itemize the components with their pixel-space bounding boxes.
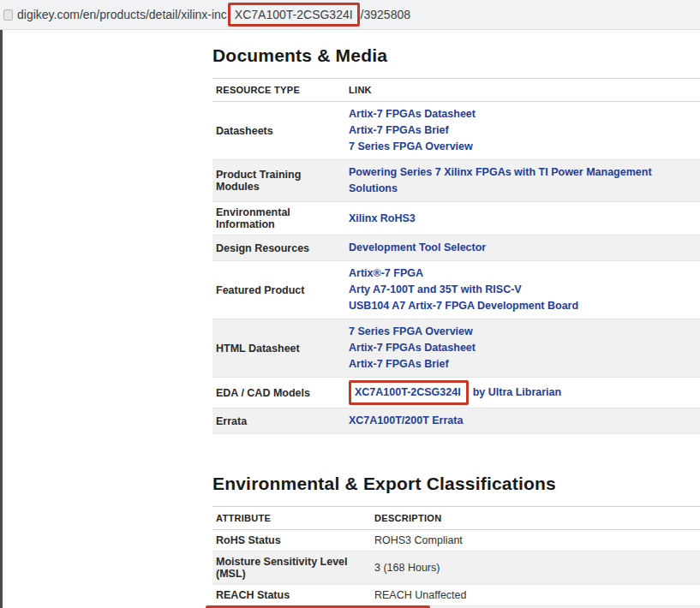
link-7series-fpga-overview[interactable]: 7 Series FPGA Overview	[349, 324, 697, 340]
resource-type-label: EDA / CAD Models	[212, 378, 345, 408]
url-prefix: digikey.com/en/products/detail/xilinx-in…	[17, 8, 227, 21]
link-arty-a7[interactable]: Arty A7-100T and 35T with RISC-V	[349, 282, 697, 298]
resource-type-label: Design Resources	[212, 235, 345, 261]
column-header-link: LINK	[345, 79, 700, 102]
link-artix7-fpgas-datasheet[interactable]: Artix-7 FPGAs Datasheet	[349, 340, 697, 356]
table-header-row: RESOURCE TYPE LINK	[212, 79, 700, 102]
attribute-label: REACH Status	[212, 585, 371, 606]
page-favicon-icon	[3, 9, 13, 21]
resource-type-label: Product Training Modules	[212, 160, 345, 202]
link-7series-fpga-overview[interactable]: 7 Series FPGA Overview	[349, 139, 697, 155]
link-usb104-a7-dev-board[interactable]: USB104 A7 Artix-7 FPGA Development Board	[349, 298, 697, 314]
resource-type-label: Errata	[212, 408, 345, 434]
link-errata[interactable]: XC7A100T/200T Errata	[349, 413, 697, 429]
resource-type-label: Featured Product	[212, 261, 345, 319]
attribute-label: Moisture Sensitivity Level (MSL)	[212, 551, 371, 585]
table-row-design-resources: Design Resources Development Tool Select…	[212, 235, 700, 261]
link-artix7-fpgas-brief[interactable]: Artix-7 FPGAs Brief	[349, 356, 697, 373]
table-row-rohs-status: RoHS Status ROHS3 Compliant	[212, 530, 700, 551]
table-row-errata: Errata XC7A100T/200T Errata	[212, 408, 700, 434]
table-row-environmental-information: Environmental Information Xilinx RoHS3	[212, 202, 700, 235]
link-artix7-fpgas-brief[interactable]: Artix-7 FPGAs Brief	[349, 122, 697, 139]
url-suffix: /3925808	[361, 8, 410, 21]
attribute-value: REACH Unaffected	[371, 585, 700, 606]
environmental-export-heading: Environmental & Export Classifications	[212, 474, 700, 494]
resource-type-label: Environmental Information	[212, 202, 345, 235]
column-header-description: DESCRIPTION	[371, 507, 700, 530]
documents-media-table: RESOURCE TYPE LINK Datasheets Artix-7 FP…	[212, 78, 700, 434]
link-eda-cad-model[interactable]: XC7A100T-2CSG324Iby Ultra Librarian	[349, 382, 561, 403]
attribute-value: 3 (168 Hours)	[371, 551, 700, 585]
url-text: digikey.com/en/products/detail/xilinx-in…	[17, 5, 410, 24]
table-row-product-training-modules: Product Training Modules Powering Series…	[212, 160, 700, 202]
resource-type-label: HTML Datasheet	[212, 319, 345, 378]
resource-type-label: Datasheets	[212, 102, 345, 160]
table-row-html-datasheet: HTML Datasheet 7 Series FPGA Overview Ar…	[212, 319, 700, 378]
link-xilinx-rohs3[interactable]: Xilinx RoHS3	[349, 211, 697, 227]
attribute-value: ROHS3 Compliant	[371, 530, 700, 551]
link-powering-series7[interactable]: Powering Series 7 Xilinx FPGAs with TI P…	[349, 164, 697, 197]
link-eda-cad-suffix: by Ultra Librarian	[473, 386, 562, 398]
link-development-tool-selector[interactable]: Development Tool Selector	[349, 240, 697, 256]
attribute-label: RoHS Status	[212, 530, 371, 551]
link-artix7-fpgas-datasheet[interactable]: Artix-7 FPGAs Datasheet	[349, 106, 697, 122]
annotation-box-url-part-number: XC7A100T-2CSG324I	[228, 3, 360, 27]
documents-media-heading: Documents & Media	[212, 45, 700, 66]
column-header-attribute: ATTRIBUTE	[212, 507, 371, 530]
table-header-row: ATTRIBUTE DESCRIPTION	[212, 507, 700, 530]
environmental-export-table: ATTRIBUTE DESCRIPTION RoHS Status ROHS3 …	[212, 506, 700, 608]
annotation-box-eda-cad-part: XC7A100T-2CSG324I	[349, 380, 469, 405]
table-row-featured-product: Featured Product Artix®-7 FPGA Arty A7-1…	[212, 261, 700, 319]
table-row-msl: Moisture Sensitivity Level (MSL) 3 (168 …	[212, 551, 700, 585]
product-detail-content: Documents & Media RESOURCE TYPE LINK Dat…	[212, 30, 700, 608]
table-row-reach-status: REACH Status REACH Unaffected	[212, 585, 700, 606]
table-row-eda-cad-models: EDA / CAD Models XC7A100T-2CSG324Iby Ult…	[212, 378, 700, 408]
browser-url-bar[interactable]: digikey.com/en/products/detail/xilinx-in…	[0, 0, 700, 30]
table-row-datasheets: Datasheets Artix-7 FPGAs Datasheet Artix…	[212, 102, 700, 160]
column-header-resource-type: RESOURCE TYPE	[212, 79, 345, 102]
link-artix7-fpga[interactable]: Artix®-7 FPGA	[349, 265, 697, 282]
left-edge-rule	[0, 30, 3, 608]
